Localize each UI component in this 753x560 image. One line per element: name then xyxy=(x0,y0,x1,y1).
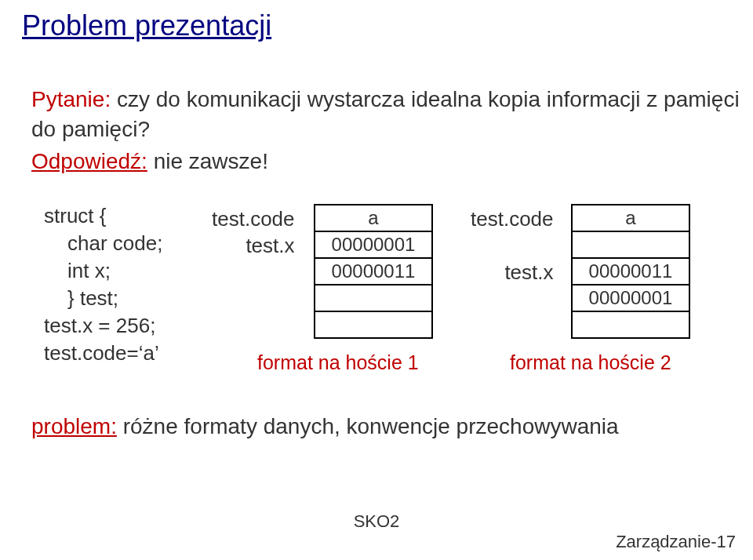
answer-text: nie zawsze! xyxy=(147,149,268,173)
question-line: Pytanie: czy do komunikacji wystarcza id… xyxy=(31,85,753,144)
footer-center: SKO2 xyxy=(0,511,753,532)
table-row xyxy=(315,285,432,311)
host2-labels: test.code test.x xyxy=(471,205,554,285)
host1-labels: test.code test.x xyxy=(212,205,295,259)
code-line: test.x = 256; xyxy=(44,312,162,340)
code-line: struct { xyxy=(44,202,162,230)
problem-text: różne formaty danych, konwencje przechow… xyxy=(117,414,619,438)
problem-label: problem: xyxy=(31,414,117,438)
host2-caption: format na hoście 2 xyxy=(510,351,671,374)
table-row: a xyxy=(315,205,432,231)
host1-label-code: test.code xyxy=(212,205,295,232)
table-row: a xyxy=(572,205,689,231)
table-row xyxy=(572,231,689,258)
table-row: 00000001 xyxy=(572,285,689,311)
question-label: Pytanie: xyxy=(31,87,111,111)
answer-line: Odpowiedź: nie zawsze! xyxy=(31,149,268,174)
host2-label-code: test.code xyxy=(471,205,554,232)
table-row: 00000011 xyxy=(315,258,432,285)
host2-label-x: test.x xyxy=(471,259,554,285)
question-text: czy do komunikacji wystarcza idealna kop… xyxy=(31,87,740,141)
code-line: char code; xyxy=(44,230,162,257)
struct-code: struct { char code; int x; } test; test.… xyxy=(44,202,162,368)
table-row: 00000011 xyxy=(572,258,689,285)
code-line: int x; xyxy=(44,257,162,285)
table-row xyxy=(315,311,432,338)
host1-table: a 00000001 00000011 xyxy=(314,204,433,339)
host2-table: a 00000011 00000001 xyxy=(571,204,690,339)
host1-label-x: test.x xyxy=(212,232,295,259)
host1-caption: format na hoście 1 xyxy=(257,351,419,374)
slide-title: Problem prezentacji xyxy=(22,9,271,42)
problem-line: problem: różne formaty danych, konwencje… xyxy=(31,414,619,439)
code-line: test.code=‘a’ xyxy=(44,340,162,367)
answer-label: Odpowiedź: xyxy=(31,149,147,173)
code-line: } test; xyxy=(44,285,162,312)
table-row xyxy=(572,311,689,338)
table-row: 00000001 xyxy=(315,231,432,258)
footer-right: Zarządzanie-17 xyxy=(616,532,736,552)
